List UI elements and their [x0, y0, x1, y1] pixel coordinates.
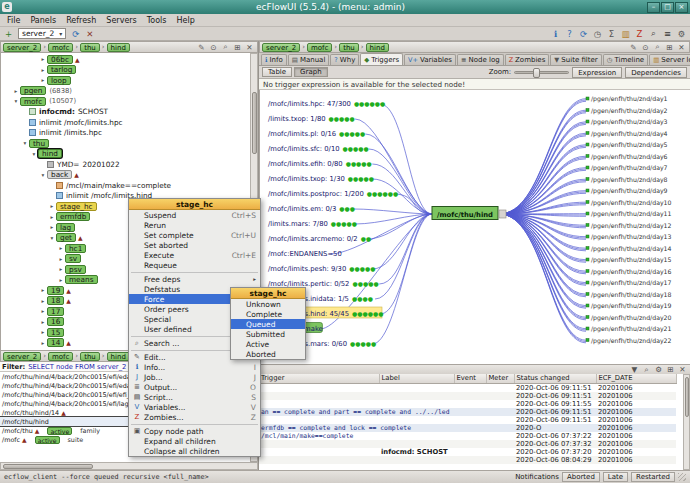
detach-icon[interactable]: ⊞ [665, 365, 676, 375]
notifications-label[interactable]: Notifications [515, 473, 559, 481]
close-icon[interactable]: ✕ [244, 42, 255, 52]
table-row[interactable]: 2020-Oct-06 09:11:5520201006 [259, 400, 676, 408]
dependent-node-label[interactable]: /pgen/enfh/thu/znd/day21 [591, 325, 672, 333]
expander-icon[interactable]: ▾ [30, 151, 38, 157]
submenu-item-aborted[interactable]: Aborted [231, 349, 305, 359]
node-18[interactable]: 18 [47, 296, 64, 305]
expander-icon[interactable]: ▾ [48, 235, 56, 241]
breadcrumb-item-server-2[interactable]: server_2 [262, 43, 300, 52]
tab-suite-filter[interactable]: ▼Suite filter [550, 54, 601, 65]
node-means[interactable]: means [65, 275, 98, 284]
node-19[interactable]: 19 [47, 286, 64, 295]
trigger-node-label[interactable]: /mofc/limits.pesh: 9/30●●●●● [268, 265, 375, 273]
trigger-node-label[interactable]: /mofc/limits.postproc: 1/200●●●●●● [268, 190, 398, 198]
late-button[interactable]: Late [603, 472, 628, 482]
expander-icon[interactable]: ▸ [39, 319, 47, 325]
search-hscrollbar[interactable] [0, 462, 258, 470]
pin-icon[interactable]: ⊙ [208, 42, 219, 52]
zoom-slider[interactable] [514, 71, 569, 74]
expander-icon[interactable]: ▸ [39, 67, 47, 73]
detail-table-scrollbar[interactable] [683, 374, 690, 470]
expander-icon[interactable]: ▾ [21, 140, 29, 146]
trigger-node-label[interactable]: /mofc/limits.arcmemo: 0/2●● [268, 235, 371, 243]
breadcrumb-item-mofc[interactable]: mofc [307, 43, 332, 52]
dependent-node-label[interactable]: /pgen/enfh/thu/znd/day19 [591, 302, 672, 310]
trigger-node-label[interactable]: /mofc/limits.hpc: 47/300●●●●●● [268, 100, 385, 108]
column-header-status-changed[interactable]: Status changed [514, 374, 596, 383]
add-server-icon[interactable]: + [2, 28, 15, 40]
submenu-item-complete[interactable]: Complete [231, 309, 305, 319]
dependent-node-label[interactable]: /pgen/enfh/thu/znd/day6 [591, 153, 668, 161]
tab-manual[interactable]: ▤Manual [288, 54, 330, 65]
settings-icon[interactable]: ⚙ [653, 365, 664, 375]
menu-servers[interactable]: Servers [101, 15, 141, 26]
close-icon[interactable]: ✕ [677, 365, 688, 375]
node-17[interactable]: 17 [47, 307, 64, 316]
settings-icon[interactable]: ⚙ [675, 28, 688, 40]
table-row[interactable]: 2020-Oct-06 07:37:3220201006 [259, 440, 676, 448]
trigger-node-label[interactable]: /mofc/limits.efih: 0/80●●●●● [268, 160, 372, 168]
trigger-node-label[interactable]: /mofc/limits.sfc: 0/10●●●●● [268, 145, 369, 153]
menu-item-set-aborted[interactable]: Set aborted [129, 240, 260, 250]
expander-icon[interactable]: ▸ [39, 298, 47, 304]
zoom-slider-handle[interactable] [533, 68, 540, 78]
node-sv[interactable]: sv [65, 254, 81, 263]
restarted-button[interactable]: Restarted [631, 472, 675, 482]
node-stage-hc[interactable]: stage_hc [56, 202, 97, 211]
dependent-node-label[interactable]: /pgen/enfh/thu/znd/day12 [591, 222, 672, 230]
tab-server-load[interactable]: ▥Server load [649, 54, 690, 65]
trigger-node-label[interactable]: /limits.mars: 7/80●●●●● [268, 220, 357, 228]
submenu-item-submitted[interactable]: Submitted [231, 329, 305, 339]
node-15[interactable]: 15 [47, 328, 64, 337]
search-icon[interactable]: ⌕ [647, 28, 660, 40]
interrupt-refresh-icon[interactable]: ✕ [83, 28, 96, 40]
node-16[interactable]: 16 [47, 317, 64, 326]
expander-icon[interactable]: ▸ [39, 308, 47, 314]
column-header-event[interactable]: Event [454, 374, 486, 383]
node-pgen[interactable]: pgen [20, 86, 46, 95]
expander-icon[interactable]: ▾ [39, 172, 47, 178]
tab-node-log[interactable]: ≣Node log [457, 54, 504, 65]
menu-item-set-complete[interactable]: Set completeCtrl+U [129, 230, 260, 240]
menu-item-collapse-all-children[interactable]: Collapse all children [129, 446, 260, 456]
menu-item-execute[interactable]: ExecuteCtrl+E [129, 250, 260, 260]
breadcrumb-item-mofc[interactable]: mofc [48, 352, 73, 361]
edit-icon[interactable]: ✎ [628, 42, 639, 52]
dependencies-button[interactable]: Dependencies [625, 67, 687, 78]
view-tab-graph[interactable]: Graph [294, 67, 327, 77]
dependent-node-label[interactable]: /pgen/enfh/thu/znd/day20 [591, 314, 672, 322]
detach-icon[interactable]: ⊞ [232, 42, 243, 52]
node-mofc[interactable]: mofc [20, 97, 46, 106]
node-hc1[interactable]: hc1 [65, 244, 86, 253]
breadcrumb-item-hind[interactable]: hind [366, 43, 389, 52]
tree-item[interactable]: ▸tarlog [3, 65, 250, 76]
dependent-node-label[interactable]: /pgen/enfh/thu/znd/day2 [591, 107, 668, 115]
column-header-ecf-date[interactable]: ECF_DATE [596, 374, 676, 383]
table-row[interactable]: an == complete and part == complete and … [259, 408, 676, 416]
tree-item[interactable]: /mcl/main/make==complete [3, 180, 250, 191]
tree-item[interactable]: infocmd:SCHOST [3, 107, 250, 118]
pin-icon[interactable]: ⊙ [640, 42, 651, 52]
dependent-node-label[interactable]: /pgen/enfh/thu/znd/day3 [591, 118, 668, 126]
tree-item[interactable]: ▸pgen(6838) [3, 86, 250, 97]
tree-item[interactable]: ▸loop [3, 75, 250, 86]
table-row[interactable]: ermfdb == complete and lock == complete2… [259, 424, 676, 432]
menu-item-script[interactable]: ▤Script...S [129, 392, 260, 402]
timeline-icon[interactable]: ◷ [591, 28, 604, 40]
dependent-node-label[interactable]: /pgen/enfh/thu/znd/day9 [591, 187, 668, 195]
expander-icon[interactable]: ▸ [48, 214, 56, 220]
server-load-icon[interactable]: ▥ [619, 28, 632, 40]
expander-icon[interactable]: ▸ [39, 329, 47, 335]
menu-item-expand-all-children[interactable]: Expand all children [129, 436, 260, 446]
dependent-node-label[interactable]: /pgen/enfh/thu/znd/day8 [591, 176, 668, 184]
node-psv[interactable]: psv [65, 265, 86, 274]
node-14[interactable]: 14 [47, 338, 64, 347]
search-icon[interactable]: ⌕ [220, 42, 231, 52]
submenu-item-active[interactable]: Active [231, 339, 305, 349]
column-header-meter[interactable]: Meter [486, 374, 514, 383]
trigger-node-label[interactable]: /limits.txop: 1/80●●●●● [268, 115, 355, 123]
search-icon[interactable]: ⌕ [652, 42, 663, 52]
dependent-node-label[interactable]: /pgen/enfh/thu/znd/day18 [591, 291, 672, 299]
maximize-button[interactable]: □ [661, 2, 674, 13]
tree-item[interactable]: inlimit /mofc/limits.hpc [3, 117, 250, 128]
